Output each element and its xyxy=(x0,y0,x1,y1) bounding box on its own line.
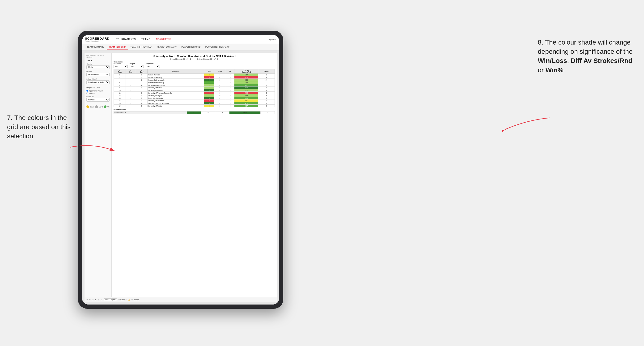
col-loss: Loss xyxy=(214,69,226,74)
nav-teams[interactable]: TEAMS xyxy=(140,37,151,41)
table-row: 4 - 1 Arizona State University 5 1 0 2.2… xyxy=(114,79,275,81)
undo-btn[interactable]: ↩ xyxy=(86,299,88,301)
cell-conf: 1 xyxy=(136,97,148,99)
ipad-screen: SCOREBOARD Powered by clippd TOURNAMENTS… xyxy=(82,35,279,305)
radio-top100[interactable]: Top 100 xyxy=(86,92,110,94)
region-filter: Region (All) xyxy=(130,63,144,68)
arrow-right xyxy=(502,116,550,134)
cell-diff: 4.50 xyxy=(234,102,258,105)
opponent-view-label: Opponent View xyxy=(86,87,110,89)
cell-win: 4 xyxy=(204,81,214,84)
cell-reg: - xyxy=(126,86,136,89)
cell-rank: 10 xyxy=(114,89,126,92)
region-label: Region xyxy=(130,63,144,65)
cell-rounds: 9 xyxy=(258,102,275,105)
cell-reg: - xyxy=(126,105,136,107)
tab-player-summary[interactable]: PLAYER SUMMARY xyxy=(155,44,179,50)
tab-team-summary[interactable]: TEAM SUMMARY xyxy=(84,44,107,50)
legend-up-label: Up xyxy=(108,106,110,108)
sub-nav: TEAM SUMMARY TEAM H2H GRID TEAM H2H HEAT… xyxy=(82,44,279,50)
tab-player-h2h-heatmap[interactable]: PLAYER H2H HEATMAP xyxy=(203,44,232,50)
cell-diff: 2.33 xyxy=(234,94,258,97)
cell-reg: - xyxy=(126,94,136,97)
cell-reg: - xyxy=(126,84,136,86)
tableau-body: Last Updated: 27/03/202416:55:38 Team Ge… xyxy=(84,53,277,297)
cell-team: University of Alabama xyxy=(147,89,204,92)
cell-diff: 6.67 xyxy=(234,105,258,107)
cell-loss: 0 xyxy=(214,94,226,97)
sign-out-button[interactable]: Sign out xyxy=(266,38,276,40)
tab-team-h2h-heatmap[interactable]: TEAM H2H HEATMAP xyxy=(128,44,155,50)
legend: Down Level Up xyxy=(86,105,110,108)
ood-win: 1 xyxy=(187,112,201,114)
cell-reg: - xyxy=(126,102,136,105)
cell-rank: 3 xyxy=(114,76,126,79)
tab-team-h2h-grid[interactable]: TEAM H2H GRID xyxy=(107,44,128,50)
cell-team: University of Arkansas, Fayetteville xyxy=(147,92,204,94)
grid-btn[interactable]: ⊞ xyxy=(132,299,133,301)
cell-reg: - xyxy=(126,79,136,81)
sidebar: Last Updated: 27/03/202416:55:38 Team Ge… xyxy=(84,53,112,297)
cell-rank: 4 xyxy=(114,79,126,81)
cell-rank: 11 xyxy=(114,92,126,94)
grid-subtitle: Overall Record: 89 - 17 - 0 Division Rec… xyxy=(114,58,275,60)
share-btn[interactable]: Share xyxy=(134,299,139,301)
cell-win: 1 xyxy=(204,94,214,97)
nav-tournaments[interactable]: TOURNAMENTS xyxy=(115,37,137,41)
legend-level-dot xyxy=(95,105,98,108)
colour-by-select[interactable]: Win/loss xyxy=(86,98,110,102)
cell-rounds: 3 xyxy=(258,99,275,102)
cell-win: 0 xyxy=(204,76,214,79)
colour-by-label: Colour by xyxy=(86,96,110,98)
tab-player-h2h-grid[interactable]: PLAYER H2H GRID xyxy=(179,44,203,50)
gender-select[interactable]: Men's xyxy=(86,65,110,69)
table-row: 16 - 2 University of Florida 3 1 0 6.67 … xyxy=(114,105,275,107)
conference-select[interactable]: (All) xyxy=(114,65,128,68)
cell-loss: 1 xyxy=(214,105,226,107)
col-rounds: Rounds xyxy=(258,69,275,74)
cell-conf: 1 xyxy=(136,74,148,76)
gender-label: Gender xyxy=(86,63,110,65)
nav-committee[interactable]: COMMITTEE xyxy=(155,37,172,41)
cell-diff: 3.67 xyxy=(234,84,258,86)
redo-btn[interactable]: ↪ xyxy=(89,299,91,301)
cell-loss: 0 xyxy=(214,97,226,99)
ood-loss: 0 xyxy=(201,112,215,114)
view-label[interactable]: View: Original xyxy=(104,298,117,301)
radio-opponents-played[interactable]: Opponents Played xyxy=(86,90,110,92)
cell-tie: 0 xyxy=(226,89,234,92)
pause-btn[interactable]: ⏸ xyxy=(95,299,96,301)
region-select[interactable]: (All) xyxy=(130,65,144,68)
watch-btn[interactable]: 👁 Watch ▾ xyxy=(118,299,126,301)
cell-tie: 0 xyxy=(226,94,234,97)
cell-rank: 8 xyxy=(114,84,126,86)
cell-team: University of Virginia xyxy=(147,94,204,97)
clock-btn[interactable]: ⏱ xyxy=(101,299,102,301)
cell-conf: 2 xyxy=(136,99,148,102)
cell-tie: 0 xyxy=(226,84,234,86)
main-content: Last Updated: 27/03/202416:55:38 Team Ge… xyxy=(82,50,279,305)
cell-tie: 0 xyxy=(226,105,234,107)
opponent-select[interactable]: (All) xyxy=(146,65,160,68)
ipad-device: SCOREBOARD Powered by clippd TOURNAMENTS… xyxy=(78,31,283,309)
cell-rounds: 9 xyxy=(258,97,275,99)
annotation-left: 7. The colours in the grid are based on … xyxy=(7,113,76,141)
cell-rounds: 17 xyxy=(258,79,275,81)
cell-loss: 0 xyxy=(214,102,226,105)
cell-conf: 1 xyxy=(136,79,148,81)
cell-tie: 0 xyxy=(226,74,234,76)
refresh-btn[interactable]: ⟳ xyxy=(92,299,94,301)
cell-team: Arizona State University xyxy=(147,79,204,81)
school-select[interactable]: 1. University of Nort... xyxy=(86,80,110,84)
crop-btn[interactable]: ⊞ xyxy=(98,299,100,301)
division-select[interactable]: NCAA Division I xyxy=(86,73,110,76)
thumbsup-btn[interactable]: 👍 xyxy=(128,299,130,301)
filter-row: Conference Opponents: (All) Region (All) xyxy=(114,61,275,68)
cell-loss: 0 xyxy=(214,86,226,89)
col-opponent: Opponent xyxy=(147,69,204,74)
top-nav: SCOREBOARD Powered by clippd TOURNAMENTS… xyxy=(82,35,279,44)
logo-sub: Powered by clippd xyxy=(85,40,110,42)
cell-diff: -2.29 xyxy=(234,76,258,79)
cell-diff: -1.00 xyxy=(234,99,258,102)
cell-conf: 2 xyxy=(136,84,148,86)
